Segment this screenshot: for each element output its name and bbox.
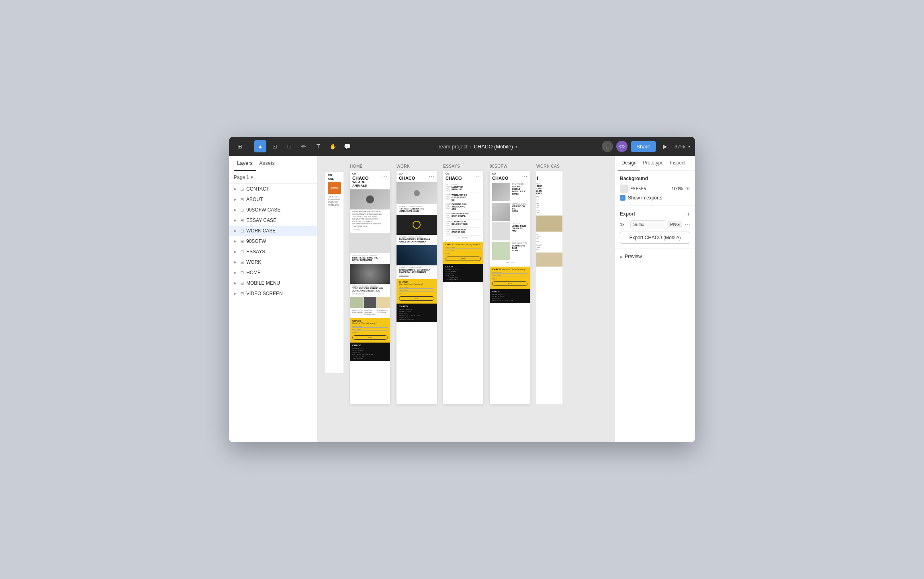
left-panel: Layers Assets Page 1 ▾ ▶ ⊞ CONTACT ▶ ⊞ A…: [229, 156, 317, 442]
layer-grid-icon: ⊞: [240, 218, 244, 223]
frame-work-case-partial: WORK CAs CO CH STRATEGY H BY FRETBRINGIN…: [536, 164, 562, 404]
frame-label-home: HOME: [350, 164, 363, 168]
shape-tool[interactable]: □: [283, 140, 295, 152]
breadcrumb-sep: /: [470, 144, 472, 150]
expand-arrow-icon: ▶: [234, 281, 238, 285]
background-opacity[interactable]: 100%: [672, 186, 683, 191]
cursor-tool[interactable]: ▲: [254, 140, 266, 152]
frame-options-icon[interactable]: ⋯: [475, 173, 481, 180]
page-name: Page 1: [234, 175, 249, 180]
breadcrumb-text: Team project: [437, 144, 467, 150]
expand-arrow-icon: ▶: [234, 218, 238, 222]
toolbar-left: ⊞ ▲ ⊡ □ ✏ T ✋ 💬: [234, 140, 353, 152]
layer-name: WORK: [246, 259, 312, 265]
expand-arrow-icon: ▶: [234, 187, 238, 191]
layer-name: ABOUT: [246, 197, 312, 202]
layer-item-90sofw-case[interactable]: ▶ ⊞ 90SOFW CASE: [229, 205, 317, 215]
frame-options-icon[interactable]: ⋯: [429, 173, 434, 180]
headphone-icon[interactable]: 🎧: [602, 141, 613, 152]
frame-label-essays: ESSAYS: [443, 164, 460, 168]
layer-name: 90SOFW: [246, 238, 312, 244]
add-export-icon[interactable]: +: [687, 211, 690, 217]
layer-item-work[interactable]: ▶ ⊞ WORK: [229, 257, 317, 267]
play-icon[interactable]: ▶: [659, 140, 671, 152]
project-name[interactable]: CHACO (Mobile): [474, 144, 513, 150]
toolbar-center: Team project / CHACO (Mobile) ▾: [356, 144, 599, 150]
tab-assets[interactable]: Assets: [256, 156, 278, 171]
text-tool[interactable]: T: [312, 140, 324, 152]
frame-label-work: WORK: [397, 164, 410, 168]
user-avatar[interactable]: CO: [616, 141, 628, 152]
chevron-down-icon: ▾: [515, 144, 517, 149]
panel-tabs: Layers Assets: [229, 156, 317, 171]
tab-layers[interactable]: Layers: [234, 156, 256, 171]
layer-item-about[interactable]: ▶ ⊞ ABOUT: [229, 194, 317, 205]
export-suffix[interactable]: Suffix: [630, 220, 665, 228]
tab-inspect[interactable]: Inspect: [667, 156, 689, 170]
layer-grid-icon: ⊞: [240, 291, 244, 296]
layer-grid-icon: ⊞: [240, 197, 244, 202]
layer-item-video-screen[interactable]: ▶ ⊞ VIDEO SCREEN: [229, 288, 317, 299]
background-color-value[interactable]: E5E5E5: [630, 186, 669, 191]
layer-grid-icon: ⊞: [240, 207, 244, 213]
layer-name: CONTACT: [246, 186, 312, 192]
preview-section: ▶ Preview: [615, 249, 695, 264]
layer-name: MOBILE MENU: [246, 280, 312, 286]
frame-work: WORK CO ⋯ CHACO STRATEGY: [397, 164, 437, 404]
show-in-exports-label: Show in exports: [628, 195, 662, 201]
right-panel-tabs: Design Prototype Inspect: [615, 156, 695, 171]
layer-grid-icon: ⊞: [240, 281, 244, 286]
toolbar: ⊞ ▲ ⊡ □ ✏ T ✋ 💬 Team project / CHACO (Mo…: [229, 137, 695, 156]
frame-90sofw: 90SOFW CO ⋯ CHACO: [490, 164, 530, 404]
canvas-area[interactable]: CO ARE SIONS CREATIVETHAT HELPSAGENCIESP…: [317, 156, 615, 442]
export-scale[interactable]: 1x: [620, 222, 628, 227]
hand-tool[interactable]: ✋: [327, 140, 339, 152]
visibility-icon[interactable]: 👁: [685, 186, 690, 191]
tab-prototype[interactable]: Prototype: [640, 156, 666, 170]
background-color-swatch[interactable]: [620, 185, 628, 193]
share-button[interactable]: Share: [631, 141, 656, 152]
layer-name: VIDEO SCREEN: [246, 291, 312, 296]
show-in-exports-checkbox[interactable]: ✓: [620, 195, 626, 201]
comment-tool[interactable]: 💬: [341, 140, 353, 152]
layer-name: 90SOFW CASE: [246, 207, 312, 213]
remove-export-icon[interactable]: −: [681, 211, 685, 217]
layer-item-mobile-menu[interactable]: ▶ ⊞ MOBILE MENU: [229, 278, 317, 288]
app-window: ⊞ ▲ ⊡ □ ✏ T ✋ 💬 Team project / CHACO (Mo…: [229, 137, 695, 442]
tab-design[interactable]: Design: [618, 156, 640, 170]
preview-header[interactable]: ▶ Preview: [620, 254, 690, 259]
expand-arrow-icon: ▶: [234, 250, 238, 254]
preview-expand-icon: ▶: [620, 255, 623, 259]
expand-arrow-icon: ▶: [234, 239, 238, 243]
layer-name: HOME: [246, 270, 312, 275]
frame-tool[interactable]: ⊡: [269, 140, 281, 152]
layer-item-essays[interactable]: ▶ ⊞ ESSAYS: [229, 246, 317, 257]
expand-arrow-icon: ▶: [234, 197, 238, 201]
layer-name: WORK CASE: [246, 228, 312, 234]
layer-grid-icon: ⊞: [240, 239, 244, 244]
zoom-chevron-icon: ▾: [688, 144, 690, 149]
toolbar-right: 🎧 CO Share ▶ 37% ▾: [602, 140, 690, 152]
expand-arrow-icon: ▶: [234, 229, 238, 233]
layer-item-work-case[interactable]: ▶ ⊞ WORK CASE: [229, 226, 317, 236]
layer-item-contact[interactable]: ▶ ⊞ CONTACT: [229, 184, 317, 194]
pen-tool[interactable]: ✏: [298, 140, 310, 152]
export-button[interactable]: Export CHACO (Mobile): [620, 232, 690, 244]
frame-label-work-case: WORK CAs: [536, 164, 560, 168]
frame-partial-left: CO ARE SIONS CREATIVETHAT HELPSAGENCIESP…: [325, 164, 343, 373]
page-selector[interactable]: Page 1 ▾: [229, 171, 317, 184]
layer-item-essay-case[interactable]: ▶ ⊞ ESSAY CASE: [229, 215, 317, 226]
expand-arrow-icon: ▶: [234, 271, 238, 275]
right-panel: Design Prototype Inspect Background E5E5…: [615, 156, 695, 442]
export-more-icon[interactable]: ⋯: [685, 221, 690, 228]
frame-options-icon[interactable]: ⋯: [382, 173, 388, 180]
export-format[interactable]: PNG: [668, 221, 682, 228]
frame-options-icon[interactable]: ⋯: [522, 173, 527, 180]
preview-title: Preview: [625, 254, 642, 259]
layer-name: ESSAY CASE: [246, 218, 312, 223]
layer-item-90sofw[interactable]: ▶ ⊞ 90SOFW: [229, 236, 317, 246]
menu-icon[interactable]: ⊞: [234, 140, 246, 152]
export-section: Export − + 1x Suffix PNG ⋯ Export CHACO …: [615, 206, 695, 249]
layer-item-home[interactable]: ▶ ⊞ HOME: [229, 267, 317, 278]
zoom-level[interactable]: 37%: [675, 144, 685, 150]
